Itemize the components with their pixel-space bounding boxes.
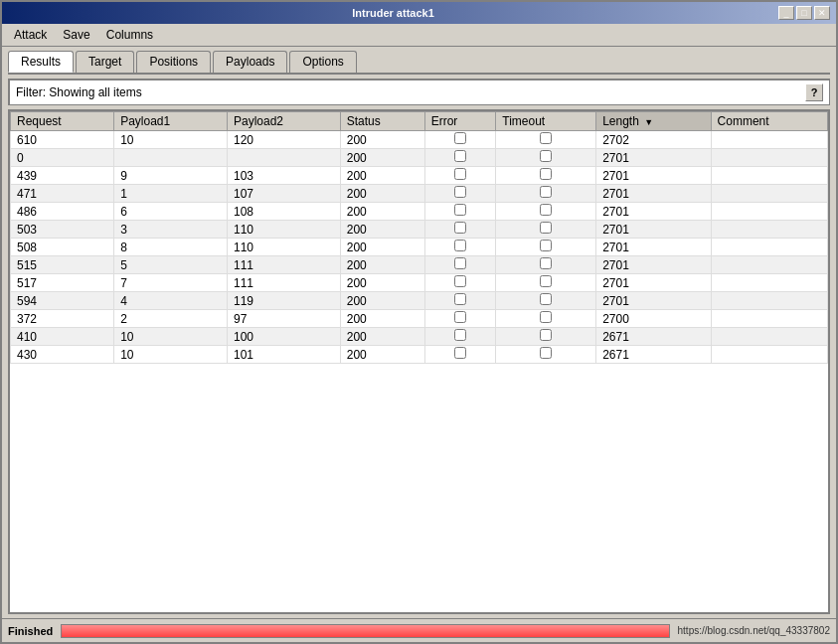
cell-comment xyxy=(711,131,827,149)
col-status[interactable]: Status xyxy=(340,112,424,131)
cell-status: 200 xyxy=(340,239,424,256)
col-request[interactable]: Request xyxy=(11,112,114,131)
cell-payload2: 108 xyxy=(227,203,340,221)
cell-timeout[interactable] xyxy=(496,239,596,256)
cell-length: 2701 xyxy=(596,239,711,256)
menu-save[interactable]: Save xyxy=(55,26,97,44)
col-length[interactable]: Length ▼ xyxy=(596,112,711,131)
sort-icon: ▼ xyxy=(644,117,653,127)
cell-request: 372 xyxy=(11,310,114,328)
cell-timeout[interactable] xyxy=(496,185,596,203)
menu-bar: Attack Save Columns xyxy=(2,24,836,47)
cell-error[interactable] xyxy=(424,346,496,364)
table-row[interactable]: 47111072002701 xyxy=(11,185,828,203)
cell-length: 2701 xyxy=(596,221,711,239)
tab-options[interactable]: Options xyxy=(289,51,356,73)
col-payload2[interactable]: Payload2 xyxy=(227,112,340,131)
tab-target[interactable]: Target xyxy=(76,51,134,73)
cell-timeout[interactable] xyxy=(496,221,596,239)
cell-payload2: 110 xyxy=(227,239,340,256)
table-row[interactable]: 02002701 xyxy=(11,149,828,167)
cell-payload1: 9 xyxy=(114,167,228,185)
cell-error[interactable] xyxy=(424,203,496,221)
cell-length: 2701 xyxy=(596,185,711,203)
cell-comment xyxy=(711,185,827,203)
cell-length: 2701 xyxy=(596,203,711,221)
cell-payload1: 4 xyxy=(114,292,228,310)
cell-request: 515 xyxy=(11,256,114,274)
cell-payload2: 111 xyxy=(227,274,340,292)
cell-request: 610 xyxy=(11,131,114,149)
cell-timeout[interactable] xyxy=(496,256,596,274)
col-timeout[interactable]: Timeout xyxy=(496,112,596,131)
table-row[interactable]: 50881102002701 xyxy=(11,239,828,256)
cell-length: 2701 xyxy=(596,292,711,310)
cell-length: 2701 xyxy=(596,256,711,274)
cell-error[interactable] xyxy=(424,328,496,346)
cell-comment xyxy=(711,256,827,274)
tab-positions[interactable]: Positions xyxy=(136,51,211,73)
cell-comment xyxy=(711,274,827,292)
cell-error[interactable] xyxy=(424,131,496,149)
col-error[interactable]: Error xyxy=(424,112,496,131)
maximize-button[interactable]: □ xyxy=(796,6,812,20)
menu-attack[interactable]: Attack xyxy=(6,26,55,44)
cell-payload1: 2 xyxy=(114,310,228,328)
content-area: Filter: Showing all items ? Request Payl… xyxy=(2,75,836,618)
cell-error[interactable] xyxy=(424,256,496,274)
table-scroll[interactable]: Request Payload1 Payload2 Status Error T… xyxy=(10,111,828,612)
cell-comment xyxy=(711,167,827,185)
cell-error[interactable] xyxy=(424,221,496,239)
table-row[interactable]: 410101002002671 xyxy=(11,328,828,346)
table-row[interactable]: 48661082002701 xyxy=(11,203,828,221)
cell-timeout[interactable] xyxy=(496,346,596,364)
table-row[interactable]: 430101012002671 xyxy=(11,346,828,364)
cell-error[interactable] xyxy=(424,185,496,203)
cell-timeout[interactable] xyxy=(496,274,596,292)
menu-columns[interactable]: Columns xyxy=(98,26,161,44)
tab-payloads[interactable]: Payloads xyxy=(213,51,287,73)
help-button[interactable]: ? xyxy=(805,83,823,101)
cell-request: 517 xyxy=(11,274,114,292)
status-text: Finished xyxy=(8,625,53,637)
cell-status: 200 xyxy=(340,292,424,310)
table-row[interactable]: 51551112002701 xyxy=(11,256,828,274)
cell-payload2: 101 xyxy=(227,346,340,364)
cell-timeout[interactable] xyxy=(496,149,596,167)
filter-bar: Filter: Showing all items ? xyxy=(8,79,830,105)
cell-length: 2700 xyxy=(596,310,711,328)
col-comment[interactable]: Comment xyxy=(711,112,827,131)
cell-timeout[interactable] xyxy=(496,328,596,346)
tab-results[interactable]: Results xyxy=(8,51,74,73)
close-button[interactable]: ✕ xyxy=(814,6,830,20)
table-row[interactable]: 51771112002701 xyxy=(11,274,828,292)
cell-error[interactable] xyxy=(424,167,496,185)
table-row[interactable]: 59441192002701 xyxy=(11,292,828,310)
cell-length: 2701 xyxy=(596,149,711,167)
cell-timeout[interactable] xyxy=(496,167,596,185)
status-url: https://blog.csdn.net/qq_43337802 xyxy=(678,625,830,636)
cell-error[interactable] xyxy=(424,292,496,310)
cell-status: 200 xyxy=(340,221,424,239)
cell-timeout[interactable] xyxy=(496,292,596,310)
cell-timeout[interactable] xyxy=(496,310,596,328)
minimize-button[interactable]: _ xyxy=(778,6,794,20)
cell-length: 2702 xyxy=(596,131,711,149)
cell-error[interactable] xyxy=(424,239,496,256)
cell-request: 471 xyxy=(11,185,114,203)
table-row[interactable]: 3722972002700 xyxy=(11,310,828,328)
cell-timeout[interactable] xyxy=(496,203,596,221)
col-payload1[interactable]: Payload1 xyxy=(114,112,228,131)
cell-comment xyxy=(711,328,827,346)
cell-timeout[interactable] xyxy=(496,131,596,149)
table-row[interactable]: 50331102002701 xyxy=(11,221,828,239)
cell-length: 2701 xyxy=(596,167,711,185)
cell-comment xyxy=(711,149,827,167)
cell-error[interactable] xyxy=(424,274,496,292)
cell-status: 200 xyxy=(340,185,424,203)
cell-request: 486 xyxy=(11,203,114,221)
cell-error[interactable] xyxy=(424,149,496,167)
cell-error[interactable] xyxy=(424,310,496,328)
table-row[interactable]: 43991032002701 xyxy=(11,167,828,185)
table-row[interactable]: 610101202002702 xyxy=(11,131,828,149)
